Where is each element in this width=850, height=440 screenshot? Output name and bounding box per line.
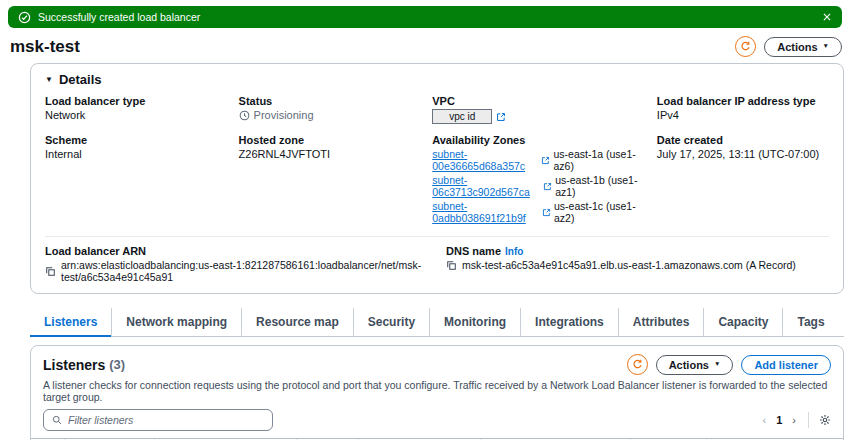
field-status: Status Provisioning xyxy=(239,95,415,124)
az-zone-text: us-east-1a (use1-az6) xyxy=(553,148,638,172)
az-item: subnet-06c3713c902d567ca us-east-1b (use… xyxy=(432,174,639,198)
next-page-button[interactable]: › xyxy=(790,414,798,426)
listeners-title: Listeners xyxy=(43,357,105,373)
page-title: msk-test xyxy=(10,37,80,57)
field-label: Load balancer type xyxy=(45,95,221,107)
actions-button-label: Actions xyxy=(777,41,817,53)
page-number[interactable]: 1 xyxy=(776,414,782,426)
external-link-icon[interactable] xyxy=(542,208,551,217)
success-flashbar: Successfully created load balancer xyxy=(8,6,842,28)
tab-network-mapping[interactable]: Network mapping xyxy=(111,308,241,337)
tab-monitoring[interactable]: Monitoring xyxy=(429,308,520,337)
field-hosted-zone: Hosted zone Z26RNL4JVFTOTI xyxy=(239,134,415,226)
field-scheme: Scheme Internal xyxy=(45,134,221,226)
field-load-balancer-arn: Load balancer ARN arn:aws:elasticloadbal… xyxy=(45,245,428,283)
field-label: Hosted zone xyxy=(239,134,415,146)
vpc-id-value[interactable]: vpc id xyxy=(432,109,492,124)
arn-dns-row: Load balancer ARN arn:aws:elasticloadbal… xyxy=(45,245,829,283)
page-header: msk-test Actions ▼ xyxy=(10,36,842,57)
dns-value: msk-test-a6c53a4e91c45a91.elb.us-east-1.… xyxy=(462,259,796,271)
field-ip-address-type: Load balancer IP address type IPv4 xyxy=(657,95,829,124)
field-value: Network xyxy=(45,109,221,121)
caret-down-icon: ▼ xyxy=(823,43,829,50)
external-link-icon[interactable] xyxy=(541,156,550,165)
field-value: IPv4 xyxy=(657,109,829,121)
field-label: DNS nameInfo xyxy=(446,245,829,257)
divider xyxy=(45,236,829,237)
copy-icon[interactable] xyxy=(45,266,56,277)
field-label: VPC xyxy=(432,95,639,107)
subnet-link[interactable]: subnet-0adbb038691f21b9f xyxy=(432,200,539,224)
external-link-icon[interactable] xyxy=(496,112,506,122)
external-link-icon[interactable] xyxy=(543,182,552,191)
divider xyxy=(808,412,809,428)
actions-button-label: Actions xyxy=(669,359,709,371)
field-label: Load balancer ARN xyxy=(45,245,428,257)
subnet-link[interactable]: subnet-00e36665d68a357c xyxy=(432,148,538,172)
field-date-created: Date created July 17, 2025, 13:11 (UTC-0… xyxy=(657,134,829,226)
az-item: subnet-0adbb038691f21b9f us-east-1c (use… xyxy=(432,200,639,224)
listeners-actions-button[interactable]: Actions ▼ xyxy=(656,355,734,375)
details-grid: Load balancer type Network Status Provis… xyxy=(45,95,829,226)
listeners-description: A listener checks for connection request… xyxy=(31,377,843,409)
prev-page-button[interactable]: ‹ xyxy=(761,414,769,426)
in-progress-icon xyxy=(239,110,250,121)
field-label: Scheme xyxy=(45,134,221,146)
field-label: Availability Zones xyxy=(432,134,639,146)
tab-strip: Listeners Network mapping Resource map S… xyxy=(30,308,844,337)
field-label: Load balancer IP address type xyxy=(657,95,829,107)
refresh-button[interactable] xyxy=(735,36,756,57)
subnet-link[interactable]: subnet-06c3713c902d567ca xyxy=(432,174,540,198)
filter-input-wrap xyxy=(43,409,273,431)
search-icon xyxy=(52,415,62,425)
pagination: ‹ 1 › xyxy=(761,412,831,428)
field-value: July 17, 2025, 13:11 (UTC-07:00) xyxy=(657,148,829,160)
field-availability-zones: Availability Zones subnet-00e36665d68a35… xyxy=(432,134,639,226)
gear-icon[interactable] xyxy=(819,414,831,426)
field-value: Internal xyxy=(45,148,221,160)
success-check-icon xyxy=(18,11,31,24)
tab-integrations[interactable]: Integrations xyxy=(520,308,618,337)
tab-resource-map[interactable]: Resource map xyxy=(241,308,353,337)
field-label: Status xyxy=(239,95,415,107)
listeners-header: Listeners (3) Actions ▼ Add listener xyxy=(31,346,843,377)
actions-button[interactable]: Actions ▼ xyxy=(764,37,842,57)
az-zone-text: us-east-1c (use1-az2) xyxy=(554,200,639,224)
az-item: subnet-00e36665d68a357c us-east-1a (use1… xyxy=(432,148,639,172)
add-listener-button[interactable]: Add listener xyxy=(741,355,831,375)
status-badge: Provisioning xyxy=(239,109,415,121)
listeners-count: (3) xyxy=(109,357,125,372)
arn-value: arn:aws:elasticloadbalancing:us-east-1:8… xyxy=(61,259,428,283)
az-zone-text: us-east-1b (use1-az1) xyxy=(555,174,639,198)
info-link[interactable]: Info xyxy=(505,246,523,257)
tab-attributes[interactable]: Attributes xyxy=(618,308,704,337)
field-vpc: VPC vpc id xyxy=(432,95,639,124)
flashbar-message: Successfully created load balancer xyxy=(38,11,200,23)
refresh-button[interactable] xyxy=(627,354,648,375)
tab-tags[interactable]: Tags xyxy=(782,308,838,337)
collapse-caret-icon[interactable]: ▼ xyxy=(45,75,53,84)
details-expander[interactable]: ▼ Details xyxy=(45,72,829,87)
field-label: Date created xyxy=(657,134,829,146)
field-value: Z26RNL4JVFTOTI xyxy=(239,148,415,160)
details-title: Details xyxy=(59,72,102,87)
listeners-panel: Listeners (3) Actions ▼ Add listener A l… xyxy=(30,345,844,440)
filter-input[interactable] xyxy=(68,414,264,426)
dns-label-text: DNS name xyxy=(446,245,501,257)
tab-security[interactable]: Security xyxy=(353,308,429,337)
close-icon[interactable] xyxy=(822,12,832,22)
tab-listeners[interactable]: Listeners xyxy=(30,308,111,337)
field-dns-name: DNS nameInfo msk-test-a6c53a4e91c45a91.e… xyxy=(446,245,829,283)
tab-capacity[interactable]: Capacity xyxy=(703,308,782,337)
listeners-toolbar: ‹ 1 › xyxy=(31,409,843,438)
status-text: Provisioning xyxy=(254,109,314,121)
details-panel: ▼ Details Load balancer type Network Sta… xyxy=(30,63,844,294)
field-load-balancer-type: Load balancer type Network xyxy=(45,95,221,124)
caret-down-icon: ▼ xyxy=(714,361,720,368)
copy-icon[interactable] xyxy=(446,260,457,271)
